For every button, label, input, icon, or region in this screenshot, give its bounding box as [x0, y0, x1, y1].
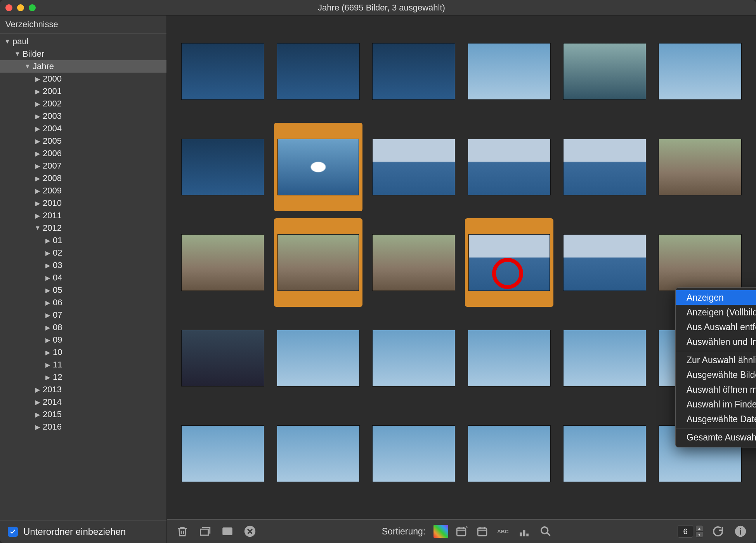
tree-item[interactable]: ▶2005: [0, 135, 166, 147]
tree-item[interactable]: ▶07: [0, 309, 166, 321]
disclosure-closed-icon[interactable]: ▶: [34, 100, 41, 108]
disclosure-open-icon[interactable]: ▼: [4, 38, 11, 45]
tree-item[interactable]: ▶2013: [0, 383, 166, 396]
disclosure-closed-icon[interactable]: ▶: [34, 137, 41, 145]
menu-item[interactable]: Zur Auswahl ähnliche finden: [676, 353, 756, 367]
minimize-window-button[interactable]: [17, 4, 24, 11]
tree-item[interactable]: ▶06: [0, 296, 166, 309]
fullscreen-icon[interactable]: [220, 524, 235, 539]
tree-item[interactable]: ▶12: [0, 371, 166, 383]
bars-sort-icon[interactable]: [517, 524, 532, 539]
disclosure-closed-icon[interactable]: ▶: [44, 262, 51, 269]
tree-item[interactable]: ▼Jahre: [0, 60, 166, 73]
menu-item[interactable]: Auswahl im Finder anzeigen: [676, 397, 756, 412]
disclosure-closed-icon[interactable]: ▶: [44, 299, 51, 306]
menu-item[interactable]: Ausgewählte Bilder mit Vorschau öffnen: [676, 367, 756, 382]
tree-item[interactable]: ▶2009: [0, 184, 166, 197]
disclosure-closed-icon[interactable]: ▶: [34, 187, 41, 195]
thumbnail[interactable]: [560, 314, 649, 402]
include-subfolders-checkbox[interactable]: [8, 527, 18, 537]
menu-item[interactable]: Auswahl öffnen mit▶: [676, 382, 756, 397]
disclosure-closed-icon[interactable]: ▶: [44, 237, 51, 244]
tree-item[interactable]: ▶2003: [0, 110, 166, 122]
disclosure-closed-icon[interactable]: ▶: [44, 374, 51, 381]
disclosure-closed-icon[interactable]: ▶: [44, 312, 51, 319]
tree-item[interactable]: ▶2015: [0, 408, 166, 421]
tree-item[interactable]: ▶03: [0, 259, 166, 272]
thumbnail[interactable]: [465, 314, 553, 402]
tree-item[interactable]: ▶09: [0, 334, 166, 346]
disclosure-closed-icon[interactable]: ▶: [34, 386, 41, 393]
tree-item[interactable]: ▶11: [0, 359, 166, 371]
close-window-button[interactable]: [5, 4, 12, 11]
thumbnail[interactable]: [560, 218, 649, 307]
disclosure-closed-icon[interactable]: ▶: [34, 162, 41, 170]
trash-icon[interactable]: [175, 524, 190, 539]
tree-item[interactable]: ▼Bilder: [0, 48, 166, 60]
context-menu[interactable]: AnzeigenAnzeigen (Vollbild)Aus Auswahl e…: [675, 287, 756, 447]
disclosure-closed-icon[interactable]: ▶: [34, 212, 41, 219]
tree-item[interactable]: ▶2007: [0, 160, 166, 172]
disclosure-closed-icon[interactable]: ▶: [34, 125, 41, 132]
thumbnail[interactable]: [274, 409, 362, 498]
disclosure-open-icon[interactable]: ▼: [24, 63, 31, 70]
calendar-asc-icon[interactable]: [475, 524, 491, 539]
thumbnail[interactable]: [465, 123, 553, 211]
thumbnail[interactable]: [274, 123, 362, 211]
tree-item[interactable]: ▶2000: [0, 73, 166, 85]
disclosure-closed-icon[interactable]: ▶: [34, 411, 41, 418]
thumbnail[interactable]: [560, 123, 649, 211]
menu-item[interactable]: Aus Auswahl entfernen: [676, 320, 756, 334]
thumbnail[interactable]: [465, 218, 553, 307]
thumbnail[interactable]: [465, 27, 553, 116]
disclosure-closed-icon[interactable]: ▶: [34, 75, 41, 83]
disclosure-closed-icon[interactable]: ▶: [34, 423, 41, 431]
tree-item[interactable]: ▶2008: [0, 172, 166, 184]
thumbnail[interactable]: [656, 27, 744, 116]
thumbnail-grid-area[interactable]: AnzeigenAnzeigen (Vollbild)Aus Auswahl e…: [167, 16, 756, 519]
disclosure-closed-icon[interactable]: ▶: [44, 349, 51, 356]
abc-sort-icon[interactable]: ABC: [496, 524, 512, 539]
thumbnail[interactable]: [179, 409, 267, 498]
refresh-icon[interactable]: [710, 524, 726, 539]
tree-item[interactable]: ▶2010: [0, 197, 166, 209]
search-icon[interactable]: [538, 524, 553, 539]
menu-item[interactable]: Auswählen und Informationen anzeigen: [676, 334, 756, 349]
columns-stepper-buttons[interactable]: ▲ ▼: [695, 525, 703, 538]
stack-icon[interactable]: [197, 524, 213, 539]
disclosure-closed-icon[interactable]: ▶: [44, 274, 51, 282]
tree-item[interactable]: ▶2006: [0, 147, 166, 160]
tree-item[interactable]: ▶2014: [0, 396, 166, 408]
tree-item[interactable]: ▼2012: [0, 222, 166, 234]
disclosure-closed-icon[interactable]: ▶: [34, 175, 41, 182]
thumbnail[interactable]: [179, 314, 267, 402]
tree-item[interactable]: ▶05: [0, 284, 166, 296]
tree-item[interactable]: ▶10: [0, 346, 166, 359]
thumbnail[interactable]: [369, 27, 458, 116]
calendar-desc-icon[interactable]: [454, 524, 470, 539]
thumbnail[interactable]: [656, 123, 744, 211]
directory-tree[interactable]: ▼paul▼Bilder▼Jahre▶2000▶2001▶2002▶2003▶2…: [0, 34, 166, 520]
tree-item[interactable]: ▶2004: [0, 122, 166, 135]
thumbnail[interactable]: [465, 409, 553, 498]
thumbnail[interactable]: [369, 314, 458, 402]
disclosure-closed-icon[interactable]: ▶: [34, 200, 41, 207]
thumbnail[interactable]: [274, 314, 362, 402]
disclosure-open-icon[interactable]: ▼: [14, 50, 21, 57]
tree-item[interactable]: ▶02: [0, 247, 166, 259]
disclosure-closed-icon[interactable]: ▶: [44, 361, 51, 369]
tree-item[interactable]: ▶2011: [0, 209, 166, 222]
disclosure-closed-icon[interactable]: ▶: [44, 249, 51, 257]
tree-item[interactable]: ▶2002: [0, 97, 166, 110]
thumbnail[interactable]: [560, 409, 649, 498]
tree-item[interactable]: ▶2001: [0, 85, 166, 97]
thumbnail[interactable]: [179, 123, 267, 211]
disclosure-closed-icon[interactable]: ▶: [44, 336, 51, 344]
columns-field[interactable]: [678, 525, 693, 538]
menu-item[interactable]: Anzeigen: [676, 290, 756, 305]
stepper-up-icon[interactable]: ▲: [695, 525, 703, 531]
disclosure-open-icon[interactable]: ▼: [34, 225, 41, 231]
menu-item[interactable]: Anzeigen (Vollbild): [676, 305, 756, 320]
tree-item[interactable]: ▼paul: [0, 35, 166, 48]
cancel-icon[interactable]: [242, 524, 258, 539]
